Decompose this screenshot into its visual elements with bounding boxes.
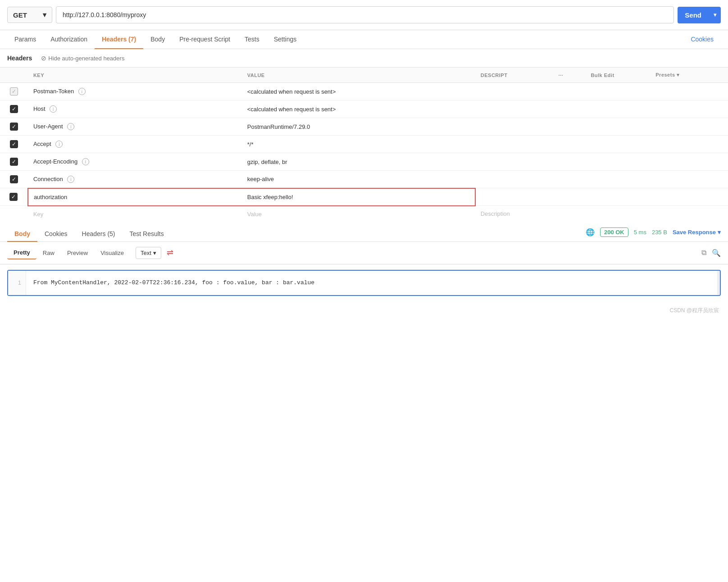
th-presets[interactable]: Presets ▾ [650,68,728,83]
tab-settings[interactable]: Settings [267,30,304,49]
row7-desc[interactable] [475,188,553,206]
row3-checkbox[interactable] [5,123,23,131]
th-bulk[interactable]: Bulk Edit [585,68,650,83]
rtab-test-results[interactable]: Test Results [123,227,171,242]
row6-more [553,171,585,188]
ftab-pretty[interactable]: Pretty [7,246,36,259]
line-num-1: 1 [8,277,26,289]
rtab-cookies[interactable]: Cookies [37,227,75,242]
response-tabs: Body Cookies Headers (5) Test Results 🌐 … [0,222,728,242]
status-badge: 200 OK [600,227,628,237]
hide-auto-headers-button[interactable]: ⊘ Hide auto-generated headers [37,53,128,64]
row7-value[interactable]: Basic xfeep:hello! [242,188,475,206]
row6-key[interactable]: Connection i [28,171,242,188]
copy-icon[interactable]: ⧉ [701,249,706,257]
cb-authorization[interactable] [9,193,18,201]
table-row: Host i <calculated when request is sent> [0,100,728,118]
method-select[interactable]: GET ▾ [7,7,52,23]
rtab-headers[interactable]: Headers (5) [75,227,123,242]
table-row: Accept-Encoding i gzip, deflate, br [0,153,728,171]
row6-value[interactable]: keep-alive [242,171,475,188]
url-bar: GET ▾ Send ▾ [0,0,728,30]
empty-value[interactable]: Value [242,206,475,222]
cb-postman-token[interactable] [10,87,18,95]
rtab-body[interactable]: Body [7,227,37,242]
tab-headers[interactable]: Headers (7) [95,30,143,49]
row5-desc[interactable] [475,153,553,171]
send-button[interactable]: Send ▾ [678,7,721,23]
row4-more [553,136,585,153]
row7-more [553,188,585,206]
method-chevron: ▾ [43,11,46,19]
scrollbar[interactable] [717,271,720,295]
send-label: Send [678,11,709,19]
row5-more [553,153,585,171]
row2-value[interactable]: <calculated when request is sent> [242,100,475,118]
th-description: DESCRIPT [475,68,553,83]
ftab-raw[interactable]: Raw [36,247,61,259]
row3-bulk [585,118,650,136]
tab-prerequest[interactable]: Pre-request Script [172,30,237,49]
word-wrap-icon[interactable]: ⇌ [167,248,173,258]
cb-connection[interactable] [10,175,18,183]
cb-accept-encoding[interactable] [10,158,18,166]
response-meta: 🌐 200 OK 5 ms 235 B Save Response ▾ [586,227,721,241]
row5-presets [650,153,728,171]
tab-authorization[interactable]: Authorization [43,30,95,49]
row5-value[interactable]: gzip, deflate, br [242,153,475,171]
row5-bulk [585,153,650,171]
watermark: CSDN @程序员欣宸 [0,301,728,320]
info-icon: i [78,88,86,95]
tab-body[interactable]: Body [143,30,172,49]
cb-accept[interactable] [10,140,18,148]
row4-presets [650,136,728,153]
row6-desc[interactable] [475,171,553,188]
search-icon[interactable]: 🔍 [712,249,721,257]
row7-key[interactable]: authorization [28,188,242,206]
row2-key[interactable]: Host i [28,100,242,118]
globe-icon: 🌐 [586,228,595,236]
row4-value[interactable]: */* [242,136,475,153]
row2-desc[interactable] [475,100,553,118]
th-value: VALUE [242,68,475,83]
row1-key[interactable]: Postman-Token i [28,83,242,100]
row3-key[interactable]: User-Agent i [28,118,242,136]
row7-bulk [585,188,650,206]
ftab-preview[interactable]: Preview [61,247,94,259]
hide-icon: ⊘ [41,55,46,62]
tab-tests[interactable]: Tests [237,30,267,49]
th-check [0,68,28,83]
row6-presets [650,171,728,188]
format-type-chevron: ▾ [153,250,156,256]
row7-checkbox[interactable] [5,193,22,201]
row4-checkbox[interactable] [5,140,23,148]
row4-key[interactable]: Accept i [28,136,242,153]
response-body-area: 1 From MyContentHandler, 2022-02-07T22:3… [7,270,721,296]
ftab-visualize[interactable]: Visualize [94,247,130,259]
row2-checkbox[interactable] [5,105,23,113]
row3-desc[interactable] [475,118,553,136]
row2-more [553,100,585,118]
info-icon: i [82,158,89,165]
row1-desc[interactable] [475,83,553,100]
row1-value[interactable]: <calculated when request is sent> [242,83,475,100]
tab-params[interactable]: Params [7,30,43,49]
empty-key[interactable]: Key [28,206,242,222]
cb-useragent[interactable] [10,123,18,131]
format-type-select[interactable]: Text ▾ [136,247,161,259]
tab-cookies[interactable]: Cookies [683,30,721,49]
row4-desc[interactable] [475,136,553,153]
save-response-button[interactable]: Save Response ▾ [673,229,721,236]
row6-checkbox[interactable] [5,175,23,183]
cb-host[interactable] [10,105,18,113]
row3-value[interactable]: PostmanRuntime/7.29.0 [242,118,475,136]
url-input[interactable] [56,6,674,23]
method-label: GET [13,11,27,19]
row5-key[interactable]: Accept-Encoding i [28,153,242,171]
line-numbers: 1 [8,271,26,295]
row5-checkbox[interactable] [5,158,23,166]
send-arrow: ▾ [709,12,721,18]
row1-checkbox[interactable] [5,87,23,95]
empty-desc[interactable]: Description [475,206,553,222]
response-code[interactable]: From MyContentHandler, 2022-02-07T22:36:… [26,271,322,295]
